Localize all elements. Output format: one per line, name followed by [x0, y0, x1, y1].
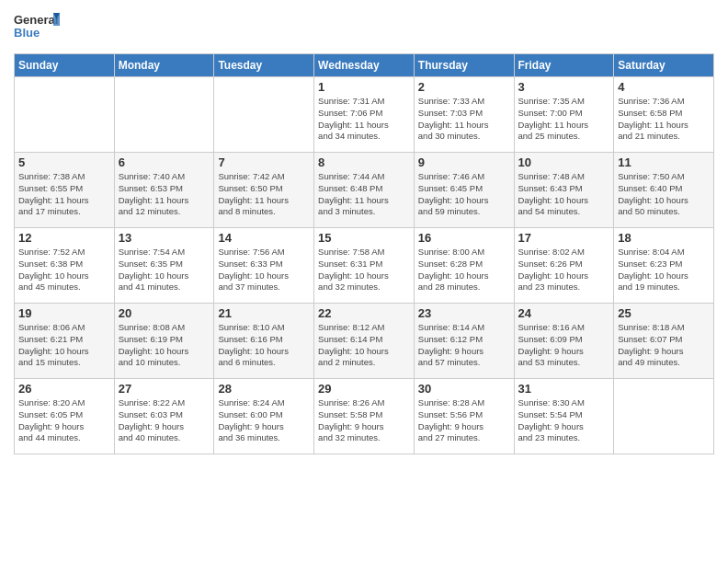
calendar-cell: 4Sunrise: 7:36 AM Sunset: 6:58 PM Daylig… — [614, 77, 714, 153]
calendar-cell: 31Sunrise: 8:30 AM Sunset: 5:54 PM Dayli… — [514, 379, 614, 454]
day-info: Sunrise: 7:36 AM Sunset: 6:58 PM Dayligh… — [618, 96, 710, 143]
day-info: Sunrise: 8:26 AM Sunset: 5:58 PM Dayligh… — [318, 397, 410, 444]
page-container: General Blue SundayMondayTuesdayWednesda… — [0, 0, 728, 459]
day-info: Sunrise: 7:56 AM Sunset: 6:33 PM Dayligh… — [218, 247, 310, 293]
day-number: 6 — [119, 155, 210, 169]
day-info: Sunrise: 8:18 AM Sunset: 6:07 PM Dayligh… — [618, 322, 710, 369]
calendar-cell: 17Sunrise: 8:02 AM Sunset: 6:26 PM Dayli… — [514, 228, 614, 304]
calendar-cell: 21Sunrise: 8:10 AM Sunset: 6:16 PM Dayli… — [214, 304, 314, 379]
weekday-header-saturday: Saturday — [614, 54, 714, 77]
day-info: Sunrise: 8:24 AM Sunset: 6:00 PM Dayligh… — [218, 397, 310, 444]
weekday-header-friday: Friday — [514, 54, 614, 77]
day-number: 7 — [218, 155, 310, 169]
calendar-cell: 23Sunrise: 8:14 AM Sunset: 6:12 PM Dayli… — [414, 304, 514, 379]
day-info: Sunrise: 8:14 AM Sunset: 6:12 PM Dayligh… — [418, 322, 510, 369]
calendar-cell: 6Sunrise: 7:40 AM Sunset: 6:53 PM Daylig… — [114, 153, 214, 228]
day-number: 27 — [119, 382, 210, 396]
calendar-cell — [614, 379, 714, 454]
weekday-header-monday: Monday — [114, 54, 214, 77]
day-info: Sunrise: 7:31 AM Sunset: 7:06 PM Dayligh… — [318, 96, 410, 143]
day-number: 24 — [518, 306, 610, 320]
day-number: 18 — [618, 231, 710, 245]
day-info: Sunrise: 7:58 AM Sunset: 6:31 PM Dayligh… — [318, 247, 410, 293]
day-info: Sunrise: 8:12 AM Sunset: 6:14 PM Dayligh… — [318, 322, 410, 369]
calendar-cell: 15Sunrise: 7:58 AM Sunset: 6:31 PM Dayli… — [314, 228, 415, 304]
day-number: 17 — [518, 231, 610, 245]
weekday-header-wednesday: Wednesday — [314, 54, 415, 77]
header: General Blue — [14, 9, 714, 46]
day-info: Sunrise: 8:30 AM Sunset: 5:54 PM Dayligh… — [518, 397, 610, 444]
day-number: 9 — [418, 155, 510, 169]
day-number: 8 — [318, 155, 410, 169]
svg-text:Blue: Blue — [14, 26, 40, 40]
day-info: Sunrise: 7:44 AM Sunset: 6:48 PM Dayligh… — [318, 171, 410, 218]
day-number: 20 — [119, 306, 210, 320]
day-number: 1 — [318, 80, 410, 94]
day-info: Sunrise: 8:16 AM Sunset: 6:09 PM Dayligh… — [518, 322, 610, 369]
day-number: 14 — [218, 231, 310, 245]
day-number: 11 — [618, 155, 710, 169]
day-info: Sunrise: 7:50 AM Sunset: 6:40 PM Dayligh… — [618, 171, 710, 218]
calendar-cell: 3Sunrise: 7:35 AM Sunset: 7:00 PM Daylig… — [514, 77, 614, 153]
day-number: 28 — [218, 382, 310, 396]
calendar-cell: 10Sunrise: 7:48 AM Sunset: 6:43 PM Dayli… — [514, 153, 614, 228]
calendar-cell: 22Sunrise: 8:12 AM Sunset: 6:14 PM Dayli… — [314, 304, 415, 379]
calendar-cell: 25Sunrise: 8:18 AM Sunset: 6:07 PM Dayli… — [614, 304, 714, 379]
calendar-cell: 27Sunrise: 8:22 AM Sunset: 6:03 PM Dayli… — [114, 379, 214, 454]
day-info: Sunrise: 7:35 AM Sunset: 7:00 PM Dayligh… — [518, 96, 610, 143]
weekday-header-row: SundayMondayTuesdayWednesdayThursdayFrid… — [15, 54, 714, 77]
calendar-cell: 12Sunrise: 7:52 AM Sunset: 6:38 PM Dayli… — [15, 228, 115, 304]
calendar-week-3: 12Sunrise: 7:52 AM Sunset: 6:38 PM Dayli… — [15, 228, 714, 304]
calendar-cell: 30Sunrise: 8:28 AM Sunset: 5:56 PM Dayli… — [414, 379, 514, 454]
day-info: Sunrise: 7:42 AM Sunset: 6:50 PM Dayligh… — [218, 171, 310, 218]
day-number: 4 — [618, 80, 710, 94]
calendar-cell — [114, 77, 214, 153]
day-number: 19 — [18, 306, 110, 320]
day-info: Sunrise: 8:22 AM Sunset: 6:03 PM Dayligh… — [119, 397, 210, 444]
calendar-cell: 24Sunrise: 8:16 AM Sunset: 6:09 PM Dayli… — [514, 304, 614, 379]
calendar-cell: 7Sunrise: 7:42 AM Sunset: 6:50 PM Daylig… — [214, 153, 314, 228]
day-number: 26 — [18, 382, 110, 396]
day-info: Sunrise: 8:04 AM Sunset: 6:23 PM Dayligh… — [618, 247, 710, 293]
day-info: Sunrise: 7:52 AM Sunset: 6:38 PM Dayligh… — [18, 247, 110, 293]
calendar-cell: 19Sunrise: 8:06 AM Sunset: 6:21 PM Dayli… — [15, 304, 115, 379]
calendar-cell: 26Sunrise: 8:20 AM Sunset: 6:05 PM Dayli… — [15, 379, 115, 454]
calendar-cell: 20Sunrise: 8:08 AM Sunset: 6:19 PM Dayli… — [114, 304, 214, 379]
calendar-cell: 18Sunrise: 8:04 AM Sunset: 6:23 PM Dayli… — [614, 228, 714, 304]
day-info: Sunrise: 7:33 AM Sunset: 7:03 PM Dayligh… — [418, 96, 510, 143]
day-number: 13 — [119, 231, 210, 245]
calendar-cell: 11Sunrise: 7:50 AM Sunset: 6:40 PM Dayli… — [614, 153, 714, 228]
day-number: 25 — [618, 306, 710, 320]
day-number: 5 — [18, 155, 110, 169]
calendar-header: SundayMondayTuesdayWednesdayThursdayFrid… — [15, 54, 714, 77]
calendar-week-2: 5Sunrise: 7:38 AM Sunset: 6:55 PM Daylig… — [15, 153, 714, 228]
calendar-table: SundayMondayTuesdayWednesdayThursdayFrid… — [14, 53, 714, 454]
svg-text:General: General — [14, 13, 58, 27]
calendar-week-5: 26Sunrise: 8:20 AM Sunset: 6:05 PM Dayli… — [15, 379, 714, 454]
calendar-cell: 2Sunrise: 7:33 AM Sunset: 7:03 PM Daylig… — [414, 77, 514, 153]
day-info: Sunrise: 7:48 AM Sunset: 6:43 PM Dayligh… — [518, 171, 610, 218]
weekday-header-thursday: Thursday — [414, 54, 514, 77]
calendar-cell: 9Sunrise: 7:46 AM Sunset: 6:45 PM Daylig… — [414, 153, 514, 228]
day-number: 23 — [418, 306, 510, 320]
day-info: Sunrise: 8:08 AM Sunset: 6:19 PM Dayligh… — [119, 322, 210, 369]
day-info: Sunrise: 8:28 AM Sunset: 5:56 PM Dayligh… — [418, 397, 510, 444]
calendar-cell — [15, 77, 115, 153]
calendar-cell: 14Sunrise: 7:56 AM Sunset: 6:33 PM Dayli… — [214, 228, 314, 304]
day-number: 2 — [418, 80, 510, 94]
day-number: 15 — [318, 231, 410, 245]
day-number: 22 — [318, 306, 410, 320]
calendar-cell — [214, 77, 314, 153]
calendar-cell: 5Sunrise: 7:38 AM Sunset: 6:55 PM Daylig… — [15, 153, 115, 228]
day-number: 3 — [518, 80, 610, 94]
day-number: 10 — [518, 155, 610, 169]
calendar-cell: 29Sunrise: 8:26 AM Sunset: 5:58 PM Dayli… — [314, 379, 415, 454]
day-number: 31 — [518, 382, 610, 396]
calendar-cell: 28Sunrise: 8:24 AM Sunset: 6:00 PM Dayli… — [214, 379, 314, 454]
day-info: Sunrise: 8:06 AM Sunset: 6:21 PM Dayligh… — [18, 322, 110, 369]
calendar-body: 1Sunrise: 7:31 AM Sunset: 7:06 PM Daylig… — [15, 77, 714, 454]
day-info: Sunrise: 8:00 AM Sunset: 6:28 PM Dayligh… — [418, 247, 510, 293]
day-info: Sunrise: 8:10 AM Sunset: 6:16 PM Dayligh… — [218, 322, 310, 369]
day-info: Sunrise: 7:38 AM Sunset: 6:55 PM Dayligh… — [18, 171, 110, 218]
logo-svg: General Blue — [14, 9, 60, 46]
